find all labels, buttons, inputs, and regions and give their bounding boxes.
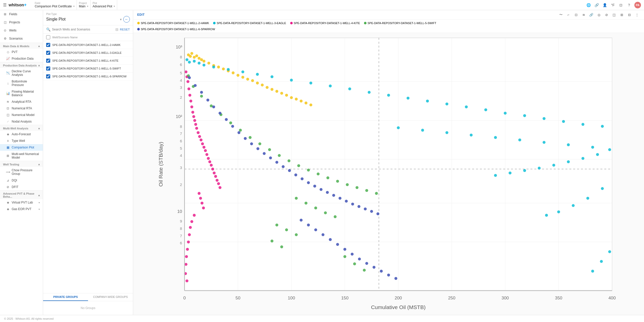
more-tool-icon[interactable]: ⋮ xyxy=(634,12,640,18)
wells-icon: ⊙ xyxy=(3,28,7,32)
search-icon[interactable]: 🔍 xyxy=(46,27,50,31)
sidebar-item-gas-eor[interactable]: ◈ Gas EOR PVT ▾ xyxy=(0,206,43,212)
plot-type-select[interactable]: Single Plot ▾ ← xyxy=(46,16,130,23)
breadcrumb-plot-value: Advanced Plot xyxy=(93,5,112,8)
group-header-mwa[interactable]: Multi-Well Analysis ▴ xyxy=(0,125,43,131)
sidebar-item-dfit[interactable]: ⊘ DFIT xyxy=(0,184,43,190)
chevron-down-plot-type[interactable]: ▾ xyxy=(120,18,122,21)
help-icon[interactable]: ? xyxy=(626,2,632,8)
reset-button[interactable]: RESET xyxy=(120,28,130,31)
edit-button[interactable]: EDIT xyxy=(137,13,145,16)
well-checkbox-3[interactable] xyxy=(46,66,50,71)
globe-icon[interactable]: 🌐 xyxy=(586,2,591,8)
svg-point-216 xyxy=(250,142,253,145)
well-checkbox-0[interactable] xyxy=(46,43,50,47)
sidebar-item-type-well[interactable]: ≡ Type Well xyxy=(0,138,43,144)
svg-point-247 xyxy=(373,266,375,269)
svg-point-140 xyxy=(194,123,197,126)
sidebar-item-dqi[interactable]: ⊿ DQI xyxy=(0,177,43,184)
legend-dot-hawk xyxy=(137,22,140,24)
chevron-down-gas-eor: ▾ xyxy=(39,208,40,211)
group-header-advanced-pvt[interactable]: Advanced PVT & Phase Beha... ▴ xyxy=(0,190,43,199)
svg-point-92 xyxy=(387,94,390,96)
link-icon[interactable]: 🔗 xyxy=(594,2,599,8)
table-row[interactable]: SPE-DATA-REPOSITORY-DATASET-1-WELL-2-HAW… xyxy=(43,41,133,49)
slash-tool-icon[interactable]: ⊘ xyxy=(603,12,610,18)
sidebar-item-analytical-rta[interactable]: ≋ Analytical RTA xyxy=(0,98,43,105)
sidebar-item-bottomhole[interactable]: ⟂ Bottomhole Pressure xyxy=(0,78,43,88)
grid-tool-icon[interactable]: ⊞ xyxy=(619,12,625,18)
svg-point-106 xyxy=(445,131,448,134)
menu-icon[interactable]: ☰ xyxy=(3,3,7,7)
sidebar-item-label-comparison-plot: Comparison Plot xyxy=(12,146,34,149)
expand-icon[interactable]: ⊡ xyxy=(618,2,624,8)
tab-private-groups[interactable]: PRIVATE GROUPS xyxy=(43,293,88,301)
decline-curve-icon: 📉 xyxy=(6,71,10,75)
table-row[interactable]: SPE-DATA-REPOSITORY-DATASET-1-WELL-3-EAG… xyxy=(43,49,133,57)
sidebar-item-comparison-plot[interactable]: ▦ Comparison Plot xyxy=(0,144,43,151)
sidebar-item-wells[interactable]: ⊙ Wells xyxy=(0,26,43,35)
sidebar-item-chow-pressure[interactable]: ⟿ Chow Pressure Group xyxy=(0,167,43,177)
data-tool-icon[interactable]: ≋ xyxy=(581,12,587,18)
sidebar-item-projects[interactable]: ◫ Projects xyxy=(0,18,43,26)
breadcrumb-field[interactable]: Field Comparison Plot Certificate ▾ xyxy=(33,0,77,10)
svg-point-109 xyxy=(518,139,521,141)
svg-text:6: 6 xyxy=(180,139,182,143)
table-row[interactable]: SPE-DATA-REPOSITORY-DATASET-1-WELL-4-KIT… xyxy=(43,57,133,65)
sidebar-item-multi-well-numerical[interactable]: ⊞ Multi-well Numerical Model xyxy=(0,151,43,161)
well-checkbox-2[interactable] xyxy=(46,59,50,63)
table-row[interactable]: SPE-DATA-REPOSITORY-DATASET-1-WELL-6-SPA… xyxy=(43,73,133,80)
fields-icon: ⊞ xyxy=(3,12,7,16)
group-label-mwa: Multi-Well Analysis xyxy=(3,127,28,130)
table-row[interactable]: SPE-DATA-REPOSITORY-DATASET-1-WELL-5-SWI… xyxy=(43,65,133,73)
well-checkbox-1[interactable] xyxy=(46,51,50,55)
copy-tool-icon[interactable]: ◫ xyxy=(611,12,617,18)
chevron-icon-pda: ▴ xyxy=(38,64,40,67)
well-checkbox-4[interactable] xyxy=(46,74,50,78)
sidebar-item-fields[interactable]: ⊞ Fields xyxy=(0,10,43,18)
sidebar-item-decline-curve[interactable]: 📉 Decline Curve Analysis xyxy=(0,68,43,78)
line-tool-icon[interactable]: 〜 xyxy=(558,12,564,18)
tab-company-groups[interactable]: COMPANY-WIDE GROUPS xyxy=(88,293,133,301)
sidebar-item-pvt[interactable]: ◇ PVT xyxy=(0,49,43,55)
bottomhole-icon: ⟂ xyxy=(6,81,10,85)
breadcrumb-plot[interactable]: Plot Advanced Plot ▾ xyxy=(91,0,117,10)
search-input[interactable] xyxy=(52,28,114,31)
sidebar-item-scenarios[interactable]: ⚙ Scenarios xyxy=(0,35,43,43)
legend-dot-eagle xyxy=(213,22,216,24)
svg-point-82 xyxy=(212,65,215,68)
link-tool-icon[interactable]: 🔗 xyxy=(588,12,594,18)
svg-text:7: 7 xyxy=(180,131,182,136)
minus-tool-icon[interactable]: ⊟ xyxy=(626,12,632,18)
sidebar-item-auto-forecast[interactable]: ◈ Auto-Forecast xyxy=(0,131,43,138)
avatar[interactable]: PA xyxy=(634,2,641,8)
user-icon[interactable]: 👤 xyxy=(602,2,607,8)
sidebar-item-flowing-material[interactable]: 📊 Flowing Material Balance xyxy=(0,88,43,98)
temp-icon[interactable]: °F xyxy=(610,2,616,8)
svg-point-157 xyxy=(219,186,221,189)
group-header-well-testing[interactable]: Well Testing ▴ xyxy=(0,161,43,167)
sidebar-item-production-data[interactable]: 📈 Production Data xyxy=(0,55,43,62)
svg-point-217 xyxy=(256,147,259,150)
zoom-tool-icon[interactable]: ⌐ xyxy=(565,12,571,18)
group-header-pda[interactable]: Production Data Analysis ▴ xyxy=(0,62,43,68)
svg-point-169 xyxy=(184,263,187,266)
chart-container[interactable]: Oil Rate (STB/day) 10³ 8 6 5 4 3 2 10² 8… xyxy=(133,33,644,315)
filter-icon[interactable]: ⊟ xyxy=(115,27,118,31)
sidebar-item-numerical-model[interactable]: ◫ Numerical Model xyxy=(0,112,43,118)
well-table: Well/Scenario Name SPE-DATA-REPOSITORY-D… xyxy=(43,34,133,293)
select-all-checkbox[interactable] xyxy=(46,35,50,39)
box-tool-icon[interactable]: ⊡ xyxy=(573,12,579,18)
svg-point-95 xyxy=(445,103,448,105)
back-arrow-button[interactable]: ← xyxy=(123,16,130,23)
group-header-main-data[interactable]: Main Data & Models ▴ xyxy=(0,43,43,49)
circle-tool-icon[interactable]: ◎ xyxy=(596,12,602,18)
sidebar-item-numerical-rta[interactable]: ⊡ Numerical RTA xyxy=(0,105,43,112)
sidebar-item-virtual-pvt[interactable]: ◈ Virtual PVT Lab ▾ xyxy=(0,199,43,206)
sidebar-item-nodal-analysis[interactable]: ⟋ Nodal Analysis xyxy=(0,118,43,125)
svg-point-132 xyxy=(186,80,189,83)
breadcrumb-project[interactable]: Project Main ▾ xyxy=(77,0,91,10)
chevron-down-icon-2: ▾ xyxy=(87,5,88,8)
svg-text:5: 5 xyxy=(180,146,182,150)
svg-point-198 xyxy=(275,224,278,226)
